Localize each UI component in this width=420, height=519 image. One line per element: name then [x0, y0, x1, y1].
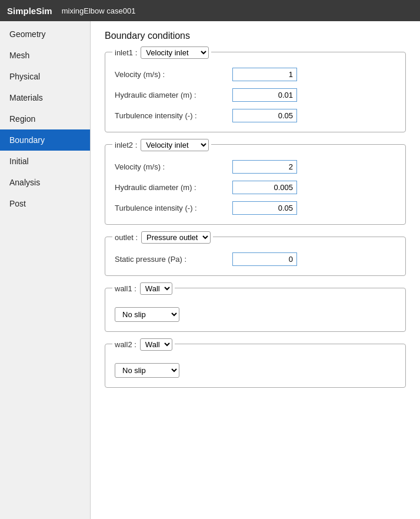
inlet1-velocity-input[interactable] [232, 68, 297, 81]
inlet1-label: inlet1 : [115, 48, 137, 57]
sidebar-item-boundary[interactable]: Boundary [0, 129, 90, 151]
outlet-pressure-input[interactable] [232, 252, 297, 266]
main-content: Boundary conditions inlet1 : Velocity in… [91, 21, 420, 519]
inlet2-turbulence-input[interactable] [232, 201, 297, 215]
wall2-type-select[interactable]: Wall [140, 338, 172, 351]
wall1-slip-select[interactable]: No slip Free slip [115, 307, 179, 322]
inlet1-velocity-label: Velocity (m/s) : [115, 70, 232, 79]
page-title: Boundary conditions [105, 31, 406, 41]
sidebar-item-region[interactable]: Region [0, 108, 90, 129]
wall1-type-select[interactable]: Wall [140, 282, 172, 295]
outlet-pressure-row: Static pressure (Pa) : [115, 252, 396, 266]
app-name: SimpleSim [7, 6, 52, 16]
inlet2-turbulence-row: Turbulence intensity (-) : [115, 201, 396, 215]
inlet1-turbulence-label: Turbulence intensity (-) : [115, 111, 232, 120]
wall1-section: wall1 : Wall No slip Free slip [105, 288, 406, 332]
inlet1-section: inlet1 : Velocity inlet Pressure inlet M… [105, 52, 406, 132]
inlet1-turbulence-input[interactable] [232, 109, 297, 122]
inlet1-legend: inlet1 : Velocity inlet Pressure inlet M… [112, 46, 211, 59]
wall2-legend: wall2 : Wall [112, 338, 175, 351]
sidebar-item-analysis[interactable]: Analysis [0, 172, 90, 193]
case-name: mixingElbow case001 [62, 6, 136, 15]
main-layout: Geometry Mesh Physical Materials Region … [0, 21, 420, 519]
sidebar-item-materials[interactable]: Materials [0, 87, 90, 108]
inlet2-velocity-input[interactable] [232, 160, 297, 174]
inlet2-hydraulic-label: Hydraulic diameter (m) : [115, 183, 232, 192]
wall2-section: wall2 : Wall No slip Free slip [105, 344, 406, 388]
wall1-label: wall1 : [115, 284, 136, 293]
inlet1-turbulence-row: Turbulence intensity (-) : [115, 109, 396, 122]
inlet1-hydraulic-row: Hydraulic diameter (m) : [115, 88, 396, 102]
sidebar-item-initial[interactable]: Initial [0, 151, 90, 172]
inlet1-hydraulic-input[interactable] [232, 88, 297, 102]
inlet2-velocity-label: Velocity (m/s) : [115, 162, 232, 171]
sidebar-item-mesh[interactable]: Mesh [0, 45, 90, 66]
inlet1-hydraulic-label: Hydraulic diameter (m) : [115, 91, 232, 99]
outlet-section: outlet : Pressure outlet Outflow Static … [105, 237, 406, 276]
app-header: SimpleSim mixingElbow case001 [0, 0, 420, 21]
sidebar-item-geometry[interactable]: Geometry [0, 24, 90, 45]
inlet2-hydraulic-input[interactable] [232, 181, 297, 194]
wall1-legend: wall1 : Wall [112, 282, 175, 295]
inlet1-velocity-row: Velocity (m/s) : [115, 68, 396, 81]
inlet2-turbulence-label: Turbulence intensity (-) : [115, 204, 232, 212]
outlet-label: outlet : [115, 233, 138, 242]
inlet2-velocity-row: Velocity (m/s) : [115, 160, 396, 174]
outlet-pressure-label: Static pressure (Pa) : [115, 255, 232, 264]
inlet2-type-select[interactable]: Velocity inlet Pressure inlet Mass flow … [141, 139, 209, 151]
wall2-slip-select[interactable]: No slip Free slip [115, 363, 179, 378]
sidebar: Geometry Mesh Physical Materials Region … [0, 21, 91, 519]
wall2-label: wall2 : [115, 340, 136, 349]
inlet2-legend: inlet2 : Velocity inlet Pressure inlet M… [112, 139, 211, 151]
sidebar-item-post[interactable]: Post [0, 193, 90, 214]
inlet2-section: inlet2 : Velocity inlet Pressure inlet M… [105, 144, 406, 225]
inlet2-label: inlet2 : [115, 141, 137, 149]
inlet2-hydraulic-row: Hydraulic diameter (m) : [115, 181, 396, 194]
inlet1-type-select[interactable]: Velocity inlet Pressure inlet Mass flow … [141, 46, 209, 59]
outlet-legend: outlet : Pressure outlet Outflow [112, 231, 213, 244]
sidebar-item-physical[interactable]: Physical [0, 66, 90, 87]
outlet-type-select[interactable]: Pressure outlet Outflow [141, 231, 211, 244]
